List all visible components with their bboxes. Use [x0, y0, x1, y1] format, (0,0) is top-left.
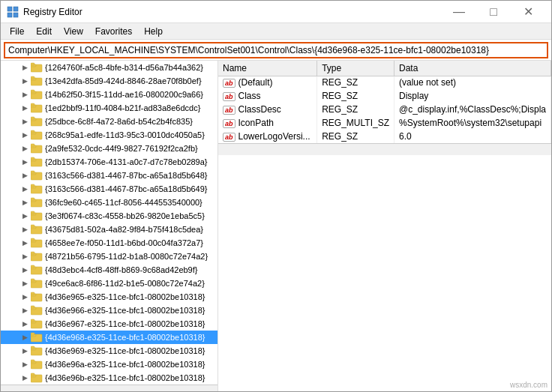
svg-rect-69: [31, 346, 34, 349]
tree-item-label: {3163c566-d381-4467-87bc-a65a18d5b648}: [45, 171, 208, 180]
folder-icon: [31, 76, 43, 86]
svg-rect-21: [31, 130, 34, 133]
svg-rect-33: [31, 184, 34, 187]
menu-favorites[interactable]: Favorites: [89, 25, 138, 38]
cell-data: (value not set): [394, 76, 550, 89]
cell-type: REG_MULTI_SZ: [317, 116, 394, 130]
menu-view[interactable]: View: [58, 25, 89, 38]
tree-arrow-icon: ▶: [19, 264, 31, 276]
table-row[interactable]: abClassDescREG_SZ@c_display.inf,%ClassDe…: [218, 103, 551, 116]
tree-item-label: {4d36e96b-e325-11ce-bfc1-08002be10318}: [45, 373, 205, 382]
tree-arrow-icon: ▶: [19, 237, 31, 249]
col-header-data: Data: [394, 61, 550, 76]
tree-item[interactable]: ▶ {3163c566-d381-4467-87bc-a65a18d5b648}: [1, 169, 218, 182]
tree-item[interactable]: ▶ {4658ee7e-f050-11d1-b6bd-00c04fa372a7}: [1, 236, 218, 250]
tree-arrow-icon: ▶: [19, 318, 31, 330]
tree-arrow-icon: ▶: [19, 75, 31, 87]
tree-item[interactable]: ▶ {4d36e968-e325-11ce-bfc1-08002be10318}: [1, 331, 218, 344]
tree-item[interactable]: ▶ {4d36e969-e325-11ce-bfc1-08002be10318}: [1, 344, 218, 358]
svg-rect-3: [14, 13, 18, 17]
table-row[interactable]: ab(Default)REG_SZ(value not set): [218, 76, 551, 89]
tree-item[interactable]: ▶ {3e3f0674-c83c-4558-bb26-9820e1eba5c5}: [1, 209, 218, 223]
tree-item-label: {4d36e965-e325-11ce-bfc1-08002be10318}: [45, 292, 205, 301]
tree-arrow-icon: ▶: [19, 183, 31, 195]
tree-item[interactable]: ▶ {48721b56-6795-11d2-b1a8-0080c72e74a2}: [1, 250, 218, 263]
folder-icon: [31, 184, 43, 194]
tree-arrow-icon: ▶: [19, 345, 31, 357]
svg-rect-1: [14, 7, 18, 11]
address-input[interactable]: [4, 42, 548, 58]
svg-rect-18: [31, 117, 34, 119]
window-title: Registry Editor: [23, 7, 442, 17]
tree-arrow-icon: ▶: [19, 223, 31, 235]
cell-name: abLowerLogoVersi...: [218, 130, 317, 143]
close-button[interactable]: ✕: [511, 1, 545, 23]
tree-item[interactable]: ▶ {43675d81-502a-4a82-9f84-b75f418c5dea}: [1, 223, 218, 236]
tree-item[interactable]: ▶ {4d36e965-e325-11ce-bfc1-08002be10318}: [1, 290, 218, 304]
tree-scrollbar-bottom[interactable]: [1, 385, 218, 391]
tree-item[interactable]: ▶ {4d36e96b-e325-11ce-bfc1-08002be10318}: [1, 371, 218, 385]
title-bar: Registry Editor — □ ✕: [1, 1, 551, 23]
tree-item-label: {4d36e96a-e325-11ce-bfc1-08002be10318}: [45, 360, 205, 369]
tree-item[interactable]: ▶ {2db15374-706e-4131-a0c7-d7c78eb0289a}: [1, 155, 218, 169]
svg-rect-27: [31, 157, 34, 160]
folder-icon: [31, 332, 43, 343]
tree-item[interactable]: ▶ {268c95a1-edfe-11d3-95c3-0010dc4050a5}: [1, 128, 218, 142]
svg-rect-57: [31, 292, 34, 295]
tree-item[interactable]: ▶ {1264760f-a5c8-4bfe-b314-d56a7b44a362}: [1, 61, 218, 74]
tree-item[interactable]: ▶ {25dbce-6c8f-4a72-8a6d-b54c2b4fc835}: [1, 115, 218, 128]
tree-item[interactable]: ▶ {48d3ebc4-4cf8-48ff-b869-9c68ad42eb9f}: [1, 263, 218, 277]
window-controls: — □ ✕: [442, 1, 545, 23]
tree-arrow-icon: ▶: [19, 196, 31, 208]
table-row[interactable]: abClassREG_SZDisplay: [218, 89, 551, 103]
tree-item[interactable]: ▶ {14b62f50-3f15-11dd-ae16-0800200c9a66}: [1, 88, 218, 101]
tree-item[interactable]: ▶ {2a9fe532-0cdc-44f9-9827-76192f2ca2fb}: [1, 142, 218, 155]
cell-data: Display: [394, 89, 550, 103]
table-row[interactable]: abIconPathREG_MULTI_SZ%SystemRoot%\syste…: [218, 116, 551, 130]
svg-rect-60: [31, 306, 34, 308]
tree-item[interactable]: ▶ {36fc9e60-c465-11cf-8056-444553540000}: [1, 196, 218, 209]
tree-item[interactable]: ▶ {1ed2bbf9-11f0-4084-b21f-ad83a8e6dcdc}: [1, 101, 218, 115]
folder-icon: [31, 373, 43, 383]
svg-rect-42: [31, 225, 34, 227]
svg-rect-72: [31, 360, 34, 362]
folder-icon: [31, 292, 43, 302]
menu-help[interactable]: Help: [138, 25, 169, 38]
minimize-button[interactable]: —: [442, 1, 476, 23]
tree-item[interactable]: ▶ {4d36e96a-e325-11ce-bfc1-08002be10318}: [1, 358, 218, 371]
app-icon: [7, 6, 19, 18]
registry-values-panel: Name Type Data ab(Default)REG_SZ(value n…: [218, 61, 551, 391]
tree-item-label: {48721b56-6795-11d2-b1a8-0080c72e74a2}: [45, 252, 208, 261]
tree-item-label: {13e42dfa-85d9-424d-8846-28ae70f8b0ef}: [45, 76, 202, 85]
tree-arrow-icon: ▶: [19, 102, 31, 114]
folder-icon: [31, 319, 43, 329]
tree-arrow-icon: ▶: [19, 115, 31, 127]
address-bar: [1, 40, 551, 61]
cell-name: abIconPath: [218, 116, 317, 130]
svg-rect-24: [31, 144, 34, 146]
tree-arrow-icon: ▶: [19, 61, 31, 73]
tree-arrow-icon: ▶: [19, 129, 31, 141]
tree-arrow-icon: ▶: [19, 88, 31, 100]
svg-rect-0: [8, 7, 12, 11]
cell-type: REG_SZ: [317, 130, 394, 143]
tree-item[interactable]: ▶ {3163c566-d381-4467-87bc-a65a18d5b649}: [1, 182, 218, 196]
tree-item[interactable]: ▶ {49ce6ac8-6f86-11d2-b1e5-0080c72e74a2}: [1, 277, 218, 290]
menu-file[interactable]: File: [4, 25, 30, 38]
values-scrollbar-bottom[interactable]: [218, 143, 551, 155]
tree-item-label: {43675d81-502a-4a82-9f84-b75f418c5dea}: [45, 225, 203, 234]
menu-bar: File Edit View Favorites Help: [1, 23, 551, 40]
table-row[interactable]: abLowerLogoVersi...REG_SZ6.0: [218, 130, 551, 143]
tree-arrow-icon: ▶: [19, 358, 31, 370]
tree-item[interactable]: ▶ {4d36e967-e325-11ce-bfc1-08002be10318}: [1, 317, 218, 331]
folder-icon: [31, 130, 43, 140]
maximize-button[interactable]: □: [476, 1, 511, 23]
tree-item-label: {14b62f50-3f15-11dd-ae16-0800200c9a66}: [45, 90, 203, 99]
menu-edit[interactable]: Edit: [30, 25, 58, 38]
tree-item-label: {1264760f-a5c8-4bfe-b314-d56a7b44a362}: [45, 63, 203, 72]
svg-rect-48: [31, 252, 34, 254]
tree-item[interactable]: ▶ {4d36e966-e325-11ce-bfc1-08002be10318}: [1, 304, 218, 317]
tree-item-label: {4d36e966-e325-11ce-bfc1-08002be10318}: [45, 306, 205, 315]
tree-item[interactable]: ▶ {13e42dfa-85d9-424d-8846-28ae70f8b0ef}: [1, 74, 218, 88]
svg-rect-66: [31, 333, 34, 335]
